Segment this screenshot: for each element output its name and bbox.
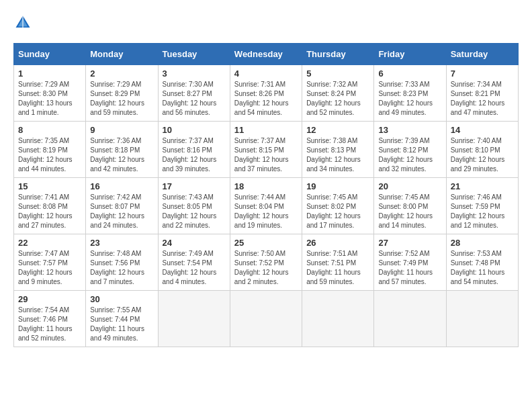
calendar-cell: 17Sunrise: 7:43 AM Sunset: 8:05 PM Dayli…: [158, 178, 230, 234]
calendar-cell: 28Sunrise: 7:53 AM Sunset: 7:48 PM Dayli…: [446, 234, 518, 291]
calendar-week-1: 1Sunrise: 7:29 AM Sunset: 8:30 PM Daylig…: [14, 65, 519, 122]
day-number: 21: [451, 181, 514, 191]
day-number: 27: [378, 238, 441, 248]
page-header: [13, 13, 519, 32]
calendar-cell: [158, 291, 230, 347]
day-number: 7: [451, 68, 514, 79]
day-info: Sunrise: 7:40 AM Sunset: 8:10 PM Dayligh…: [451, 136, 514, 174]
calendar-week-5: 29Sunrise: 7:54 AM Sunset: 7:46 PM Dayli…: [14, 291, 519, 347]
day-info: Sunrise: 7:38 AM Sunset: 8:13 PM Dayligh…: [306, 136, 369, 174]
calendar-cell: 12Sunrise: 7:38 AM Sunset: 8:13 PM Dayli…: [302, 122, 374, 178]
day-info: Sunrise: 7:30 AM Sunset: 8:27 PM Dayligh…: [163, 80, 226, 118]
day-info: Sunrise: 7:37 AM Sunset: 8:16 PM Dayligh…: [163, 136, 226, 174]
calendar-cell: 9Sunrise: 7:36 AM Sunset: 8:18 PM Daylig…: [86, 122, 158, 178]
calendar-cell: 22Sunrise: 7:47 AM Sunset: 7:57 PM Dayli…: [14, 234, 86, 291]
day-number: 5: [306, 68, 369, 79]
day-number: 19: [306, 181, 369, 191]
calendar-cell: 26Sunrise: 7:51 AM Sunset: 7:51 PM Dayli…: [302, 234, 374, 291]
calendar-cell: 19Sunrise: 7:45 AM Sunset: 8:02 PM Dayli…: [302, 178, 374, 234]
day-number: 12: [306, 125, 369, 135]
day-info: Sunrise: 7:42 AM Sunset: 8:07 PM Dayligh…: [90, 193, 153, 230]
day-info: Sunrise: 7:48 AM Sunset: 7:56 PM Dayligh…: [90, 249, 153, 287]
day-number: 23: [90, 238, 153, 248]
day-info: Sunrise: 7:33 AM Sunset: 8:23 PM Dayligh…: [378, 80, 441, 118]
day-number: 2: [90, 68, 153, 79]
day-number: 15: [18, 181, 81, 191]
calendar-cell: 16Sunrise: 7:42 AM Sunset: 8:07 PM Dayli…: [86, 178, 158, 234]
calendar-cell: 29Sunrise: 7:54 AM Sunset: 7:46 PM Dayli…: [14, 291, 86, 347]
calendar-cell: 1Sunrise: 7:29 AM Sunset: 8:30 PM Daylig…: [14, 65, 86, 122]
day-info: Sunrise: 7:37 AM Sunset: 8:15 PM Dayligh…: [234, 136, 298, 174]
day-info: Sunrise: 7:47 AM Sunset: 7:57 PM Dayligh…: [18, 249, 81, 287]
day-number: 6: [378, 68, 441, 79]
calendar-week-3: 15Sunrise: 7:41 AM Sunset: 8:08 PM Dayli…: [14, 178, 519, 234]
day-info: Sunrise: 7:35 AM Sunset: 8:19 PM Dayligh…: [18, 136, 81, 174]
calendar-cell: 7Sunrise: 7:34 AM Sunset: 8:21 PM Daylig…: [446, 65, 518, 122]
day-header-friday: Friday: [374, 44, 446, 65]
day-number: 18: [234, 181, 298, 191]
calendar-cell: 14Sunrise: 7:40 AM Sunset: 8:10 PM Dayli…: [446, 122, 518, 178]
day-info: Sunrise: 7:54 AM Sunset: 7:46 PM Dayligh…: [18, 306, 81, 343]
day-info: Sunrise: 7:43 AM Sunset: 8:05 PM Dayligh…: [163, 193, 226, 230]
calendar-cell: 24Sunrise: 7:49 AM Sunset: 7:54 PM Dayli…: [158, 234, 230, 291]
calendar-cell: 3Sunrise: 7:30 AM Sunset: 8:27 PM Daylig…: [158, 65, 230, 122]
header-row: SundayMondayTuesdayWednesdayThursdayFrid…: [14, 44, 519, 65]
day-number: 20: [378, 181, 441, 191]
calendar-cell: 11Sunrise: 7:37 AM Sunset: 8:15 PM Dayli…: [230, 122, 302, 178]
day-number: 25: [234, 238, 298, 248]
day-info: Sunrise: 7:44 AM Sunset: 8:04 PM Dayligh…: [234, 193, 298, 230]
calendar-cell: [446, 291, 518, 347]
calendar-cell: 25Sunrise: 7:50 AM Sunset: 7:52 PM Dayli…: [230, 234, 302, 291]
day-info: Sunrise: 7:45 AM Sunset: 8:02 PM Dayligh…: [306, 193, 369, 230]
day-number: 9: [90, 125, 153, 135]
calendar-cell: 6Sunrise: 7:33 AM Sunset: 8:23 PM Daylig…: [374, 65, 446, 122]
calendar-cell: 21Sunrise: 7:46 AM Sunset: 7:59 PM Dayli…: [446, 178, 518, 234]
calendar-cell: 15Sunrise: 7:41 AM Sunset: 8:08 PM Dayli…: [14, 178, 86, 234]
calendar-week-2: 8Sunrise: 7:35 AM Sunset: 8:19 PM Daylig…: [14, 122, 519, 178]
day-number: 13: [378, 125, 441, 135]
day-info: Sunrise: 7:29 AM Sunset: 8:29 PM Dayligh…: [90, 80, 153, 118]
day-info: Sunrise: 7:45 AM Sunset: 8:00 PM Dayligh…: [378, 193, 441, 230]
day-info: Sunrise: 7:49 AM Sunset: 7:54 PM Dayligh…: [163, 249, 226, 287]
day-info: Sunrise: 7:53 AM Sunset: 7:48 PM Dayligh…: [451, 249, 514, 287]
calendar-cell: [230, 291, 302, 347]
calendar-cell: 18Sunrise: 7:44 AM Sunset: 8:04 PM Dayli…: [230, 178, 302, 234]
day-number: 3: [163, 68, 226, 79]
day-number: 4: [234, 68, 298, 79]
day-info: Sunrise: 7:32 AM Sunset: 8:24 PM Dayligh…: [306, 80, 369, 118]
calendar-cell: 8Sunrise: 7:35 AM Sunset: 8:19 PM Daylig…: [14, 122, 86, 178]
calendar-cell: 30Sunrise: 7:55 AM Sunset: 7:44 PM Dayli…: [86, 291, 158, 347]
calendar-body: 1Sunrise: 7:29 AM Sunset: 8:30 PM Daylig…: [14, 65, 519, 347]
calendar-cell: 27Sunrise: 7:52 AM Sunset: 7:49 PM Dayli…: [374, 234, 446, 291]
calendar-cell: 2Sunrise: 7:29 AM Sunset: 8:29 PM Daylig…: [86, 65, 158, 122]
day-info: Sunrise: 7:36 AM Sunset: 8:18 PM Dayligh…: [90, 136, 153, 174]
day-info: Sunrise: 7:50 AM Sunset: 7:52 PM Dayligh…: [234, 249, 298, 287]
calendar-table: SundayMondayTuesdayWednesdayThursdayFrid…: [13, 43, 519, 347]
calendar-cell: 13Sunrise: 7:39 AM Sunset: 8:12 PM Dayli…: [374, 122, 446, 178]
calendar-cell: 23Sunrise: 7:48 AM Sunset: 7:56 PM Dayli…: [86, 234, 158, 291]
day-number: 10: [163, 125, 226, 135]
day-info: Sunrise: 7:52 AM Sunset: 7:49 PM Dayligh…: [378, 249, 441, 287]
calendar-cell: [374, 291, 446, 347]
day-info: Sunrise: 7:51 AM Sunset: 7:51 PM Dayligh…: [306, 249, 369, 287]
logo-icon: [13, 13, 32, 32]
calendar-header: SundayMondayTuesdayWednesdayThursdayFrid…: [14, 44, 519, 65]
day-info: Sunrise: 7:55 AM Sunset: 7:44 PM Dayligh…: [90, 306, 153, 343]
day-number: 14: [451, 125, 514, 135]
day-number: 17: [163, 181, 226, 191]
day-header-tuesday: Tuesday: [158, 44, 230, 65]
calendar-cell: [302, 291, 374, 347]
day-info: Sunrise: 7:31 AM Sunset: 8:26 PM Dayligh…: [234, 80, 298, 118]
day-number: 28: [451, 238, 514, 248]
logo: [13, 13, 35, 32]
calendar-cell: 4Sunrise: 7:31 AM Sunset: 8:26 PM Daylig…: [230, 65, 302, 122]
day-number: 1: [18, 68, 81, 79]
day-number: 24: [163, 238, 226, 248]
day-info: Sunrise: 7:29 AM Sunset: 8:30 PM Dayligh…: [18, 80, 81, 118]
calendar-cell: 20Sunrise: 7:45 AM Sunset: 8:00 PM Dayli…: [374, 178, 446, 234]
day-number: 11: [234, 125, 298, 135]
day-header-monday: Monday: [86, 44, 158, 65]
day-info: Sunrise: 7:39 AM Sunset: 8:12 PM Dayligh…: [378, 136, 441, 174]
day-info: Sunrise: 7:34 AM Sunset: 8:21 PM Dayligh…: [451, 80, 514, 118]
calendar-week-4: 22Sunrise: 7:47 AM Sunset: 7:57 PM Dayli…: [14, 234, 519, 291]
